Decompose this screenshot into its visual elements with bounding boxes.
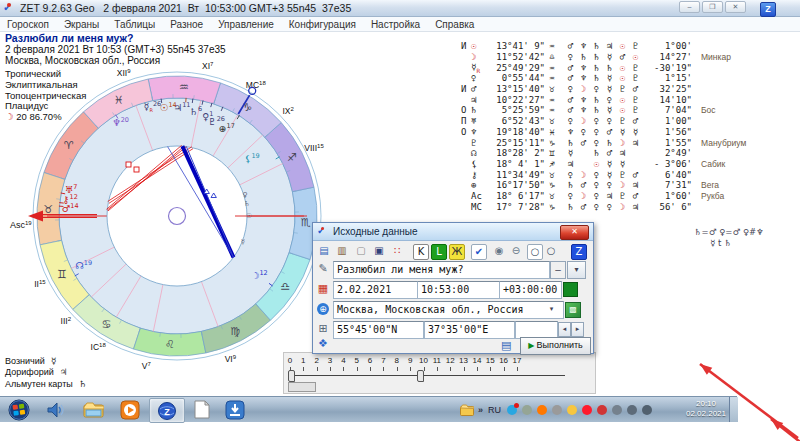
table-row[interactable]: Ас18° 6'17"♉♀☽♀♃♇♂1°60'Рукба [461, 191, 746, 202]
taskbar-clock[interactable]: 20:10 02.02.2021 [683, 399, 729, 419]
menu-item-1[interactable]: Экраны [64, 19, 99, 30]
dialog-title-bar[interactable]: ✓ Исходные данные [313, 223, 593, 241]
place-input[interactable]: Москва, Московская обл., Россия [333, 301, 564, 319]
table-row[interactable]: ♀0°55'44"♒♂♆♄☿☉♇1°15' [461, 73, 746, 84]
dispositor-glyph: ♄ [577, 52, 590, 62]
taskbar-explorer-app[interactable] [76, 398, 110, 421]
zet-quick-icon[interactable]: Z [760, 2, 776, 17]
table-row[interactable]: И♂13°15'40"♉♀☽♀☿♇♂32'25" [461, 84, 746, 95]
longitude-input[interactable]: 37°35'00"E [424, 321, 515, 339]
taskbar-media-app[interactable] [113, 398, 147, 421]
taskbar-download-app[interactable] [218, 398, 252, 421]
star-name-cell: Рукба [701, 191, 724, 201]
dialog-toolbar-icon-11[interactable]: ○ [527, 244, 543, 260]
map-button[interactable]: ▩ [565, 302, 581, 318]
table-row[interactable]: ♃10°22'27"♒♂♆♄♀☉♇14'10" [461, 94, 746, 105]
dialog-toolbar-icon-13[interactable]: Z [571, 244, 587, 260]
table-row[interactable]: ☊18°28' 2"♊☿♄♂♃2°49' [461, 148, 746, 159]
taskbar-notepad-app[interactable] [185, 398, 219, 421]
natal-chart-wheel[interactable]: ♈♉♊♋♌♍♎♏♐♑♒♓♆20☿R26☉14♃11♄6♀1♇26⊕17⚸19☽1… [7, 56, 347, 386]
menu-item-0[interactable]: Гороскоп [7, 19, 49, 30]
table-row[interactable]: ⚷11°34'49"♉♀☽♀☿♇♂6'40" [461, 169, 746, 180]
table-row[interactable]: О♄5°25'59"♒♂♆♄☿☉♇7'04"Бос [461, 105, 746, 116]
tray-chevron[interactable]: » [478, 405, 483, 415]
value-cell: 7'04" [642, 105, 692, 115]
tray-folder-icon[interactable] [460, 404, 474, 416]
tray-icons [507, 405, 657, 415]
dialog-toolbar-icon-4[interactable]: ∷ [390, 244, 404, 258]
tray-icon-4[interactable] [567, 405, 577, 415]
tray-icon-1[interactable] [522, 405, 532, 415]
name-minus-button[interactable]: – [550, 261, 566, 279]
dialog-toolbar-icon-3[interactable]: ▣ [372, 244, 386, 258]
mini-scrollbar[interactable] [288, 382, 316, 392]
slider-tick-mark [317, 367, 318, 371]
dialog-toolbar-icon-9[interactable]: ◉ [492, 244, 506, 258]
tray-icon-3[interactable] [552, 405, 562, 415]
time-slider-panel[interactable]: 01234567891011121314151617 [283, 352, 596, 394]
table-row[interactable]: ☽11°52'42"♎♀♄♄☿♂☉14°27'Минкар [461, 52, 746, 63]
show-desktop-button[interactable] [729, 397, 738, 422]
menu-item-7[interactable]: Справка [435, 19, 474, 30]
tray-icon-0[interactable] [507, 405, 517, 415]
slider-thumb[interactable] [288, 370, 295, 382]
menu-item-6[interactable]: Настройка [371, 19, 420, 30]
place-dropdown-arrow[interactable]: ▾ [545, 303, 558, 315]
name-dropdown-button[interactable]: ▾ [567, 261, 586, 279]
start-button[interactable] [2, 398, 36, 421]
timezone-input[interactable]: +03:00:00 [499, 281, 562, 299]
dialog-toolbar-icon-2[interactable]: ▢ [354, 244, 368, 258]
latitude-input[interactable]: 55°45'00"N [333, 321, 424, 339]
dialog-close-button[interactable]: ✕ [560, 225, 589, 240]
tray-icon-5[interactable] [582, 405, 592, 415]
tray-icon-9[interactable] [642, 405, 652, 415]
dialog-toolbar-icon-8[interactable]: ✔ [471, 244, 487, 260]
run-button[interactable]: ▶ Выполнить [520, 337, 591, 355]
dialog-toolbar-icon-7[interactable]: Ж [449, 244, 465, 260]
dialog-toolbar-icon-10[interactable]: ⊖ [509, 244, 523, 258]
calendar-icon[interactable]: ▦ [316, 282, 330, 296]
dialog-toolbar-icon-6[interactable]: L [431, 244, 447, 260]
dialog-toolbar-icon-0[interactable]: ▤ [317, 244, 331, 258]
table-row[interactable]: И☉13°41' 9"♒♂♆♄♃☉♇1°00' [461, 41, 746, 52]
minimize-button[interactable]: – [679, 1, 700, 13]
time-input[interactable]: 10:53:00 [417, 281, 500, 299]
table-row[interactable]: ⚸18° 4' 1"♐♃☉☿☿- 3°06'Сабик [461, 159, 746, 170]
options-icon[interactable]: ❖ [316, 337, 330, 351]
copy-icon[interactable]: ▤ [501, 339, 511, 352]
slider-thumb[interactable] [417, 370, 424, 382]
dialog-toolbar-icon-12[interactable]: ○ [544, 244, 558, 258]
taskbar-zet-app[interactable]: Z [149, 398, 185, 423]
longitude-cell: 10°22'27" [485, 95, 545, 105]
language-indicator[interactable]: RU [488, 405, 501, 415]
menu-item-5[interactable]: Конфигурация [289, 19, 356, 30]
tray-icon-7[interactable] [612, 405, 622, 415]
dialog-toolbar-icon-5[interactable]: K [413, 244, 429, 260]
coordinates-icon[interactable]: ⊞ [316, 322, 330, 336]
spin-right-button[interactable]: ▸ [571, 322, 584, 337]
table-row[interactable]: MC17° 7'28"♑♄♂♀♀☽♃56' 6" [461, 201, 746, 212]
spin-left-button[interactable]: ◂ [558, 322, 571, 337]
value-cell: 1°00' [642, 41, 692, 51]
restore-button[interactable]: ❐ [702, 1, 723, 13]
menu-item-2[interactable]: Таблицы [114, 19, 155, 30]
table-row[interactable]: П♅6°52'43"♉♀☽♀♀♇♂1'00" [461, 116, 746, 127]
table-row[interactable]: ☿R25°49'29"♒♂♆♄♄☉♇-30'19" [461, 62, 746, 73]
tray-icon-6[interactable] [597, 405, 607, 415]
date-input[interactable]: 2.02.2021 [333, 281, 418, 299]
dialog-toolbar-icon-1[interactable]: ▥ [335, 244, 349, 258]
globe-icon[interactable]: ⊕ [316, 302, 330, 316]
tray-icon-8[interactable] [627, 405, 637, 415]
edit-name-icon[interactable]: ✎ [316, 262, 330, 276]
table-row[interactable]: ⊕16°17'50"♑♄♂♀♀☽♃7'31"Вега [461, 180, 746, 191]
menu-item-4[interactable]: Управление [218, 19, 274, 30]
timezone-status-swatch[interactable] [563, 282, 578, 297]
menu-item-3[interactable]: Разное [170, 19, 203, 30]
taskbar-volume-app[interactable] [38, 398, 72, 421]
event-name-input[interactable]: Разлюбил ли меня муж? [333, 261, 550, 279]
tray-icon-2[interactable] [537, 405, 547, 415]
slider-track[interactable] [289, 375, 565, 376]
close-button[interactable]: ✕ [725, 1, 746, 13]
table-row[interactable]: О♆19°18'40"♓♆♀♀♂☿☿1'56" [461, 127, 746, 138]
table-row[interactable]: ♇25°15'11"♑♄♂♀♄☽♃1'55"Манубриум [461, 137, 746, 148]
